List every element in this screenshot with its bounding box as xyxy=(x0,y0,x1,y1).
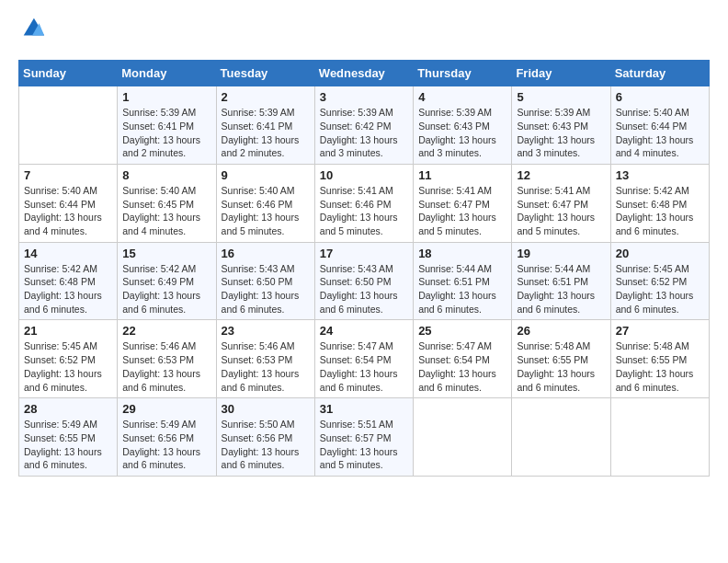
calendar-cell: 18Sunrise: 5:44 AM Sunset: 6:51 PM Dayli… xyxy=(414,242,512,320)
calendar-cell xyxy=(610,398,709,477)
calendar-week: 1Sunrise: 5:39 AM Sunset: 6:41 PM Daylig… xyxy=(19,86,710,165)
day-number: 19 xyxy=(517,247,605,260)
day-number: 16 xyxy=(222,247,310,260)
day-info: Sunrise: 5:39 AM Sunset: 6:43 PM Dayligh… xyxy=(418,106,506,160)
day-info: Sunrise: 5:42 AM Sunset: 6:48 PM Dayligh… xyxy=(24,262,112,316)
calendar-cell: 16Sunrise: 5:43 AM Sunset: 6:50 PM Dayli… xyxy=(216,242,314,320)
day-info: Sunrise: 5:40 AM Sunset: 6:44 PM Dayligh… xyxy=(616,106,704,160)
weekday-header: Sunday xyxy=(19,61,118,86)
calendar-cell: 8Sunrise: 5:40 AM Sunset: 6:45 PM Daylig… xyxy=(118,164,216,242)
day-info: Sunrise: 5:44 AM Sunset: 6:51 PM Dayligh… xyxy=(517,262,605,316)
day-info: Sunrise: 5:48 AM Sunset: 6:55 PM Dayligh… xyxy=(517,339,605,394)
day-info: Sunrise: 5:44 AM Sunset: 6:51 PM Dayligh… xyxy=(418,262,506,316)
day-info: Sunrise: 5:47 AM Sunset: 6:54 PM Dayligh… xyxy=(418,339,506,394)
calendar-week: 7Sunrise: 5:40 AM Sunset: 6:44 PM Daylig… xyxy=(19,164,710,242)
day-info: Sunrise: 5:43 AM Sunset: 6:50 PM Dayligh… xyxy=(222,262,310,316)
day-number: 20 xyxy=(616,247,704,260)
day-info: Sunrise: 5:39 AM Sunset: 6:41 PM Dayligh… xyxy=(222,106,310,160)
day-number: 17 xyxy=(320,247,408,260)
calendar-cell: 1Sunrise: 5:39 AM Sunset: 6:41 PM Daylig… xyxy=(118,86,216,165)
day-number: 21 xyxy=(24,324,112,338)
calendar-table: SundayMondayTuesdayWednesdayThursdayFrid… xyxy=(18,60,710,477)
day-info: Sunrise: 5:41 AM Sunset: 6:46 PM Dayligh… xyxy=(320,184,408,238)
day-number: 4 xyxy=(418,90,506,104)
day-number: 18 xyxy=(418,247,506,260)
day-number: 5 xyxy=(517,90,605,104)
calendar-header: SundayMondayTuesdayWednesdayThursdayFrid… xyxy=(19,61,710,86)
day-info: Sunrise: 5:49 AM Sunset: 6:55 PM Dayligh… xyxy=(24,418,112,472)
day-number: 26 xyxy=(517,324,605,338)
day-info: Sunrise: 5:48 AM Sunset: 6:55 PM Dayligh… xyxy=(616,339,704,394)
day-info: Sunrise: 5:40 AM Sunset: 6:44 PM Dayligh… xyxy=(24,184,112,238)
calendar-week: 14Sunrise: 5:42 AM Sunset: 6:48 PM Dayli… xyxy=(19,242,710,320)
day-info: Sunrise: 5:46 AM Sunset: 6:53 PM Dayligh… xyxy=(122,339,210,394)
day-info: Sunrise: 5:42 AM Sunset: 6:49 PM Dayligh… xyxy=(122,262,210,316)
weekday-header: Tuesday xyxy=(216,61,314,86)
day-number: 2 xyxy=(222,90,310,104)
day-number: 15 xyxy=(122,247,210,260)
day-number: 12 xyxy=(517,168,605,182)
page-header xyxy=(18,18,710,45)
calendar-cell: 29Sunrise: 5:49 AM Sunset: 6:56 PM Dayli… xyxy=(118,398,216,477)
day-number: 14 xyxy=(24,247,112,260)
day-info: Sunrise: 5:50 AM Sunset: 6:56 PM Dayligh… xyxy=(222,418,310,472)
calendar-week: 21Sunrise: 5:45 AM Sunset: 6:52 PM Dayli… xyxy=(19,320,710,398)
calendar-cell: 19Sunrise: 5:44 AM Sunset: 6:51 PM Dayli… xyxy=(512,242,610,320)
day-info: Sunrise: 5:41 AM Sunset: 6:47 PM Dayligh… xyxy=(418,184,506,238)
day-info: Sunrise: 5:40 AM Sunset: 6:46 PM Dayligh… xyxy=(222,184,310,238)
day-info: Sunrise: 5:43 AM Sunset: 6:50 PM Dayligh… xyxy=(320,262,408,316)
calendar-week: 28Sunrise: 5:49 AM Sunset: 6:55 PM Dayli… xyxy=(19,398,710,477)
calendar-cell xyxy=(414,398,512,477)
day-info: Sunrise: 5:45 AM Sunset: 6:52 PM Dayligh… xyxy=(616,262,704,316)
logo xyxy=(18,18,46,45)
weekday-header: Friday xyxy=(512,61,610,86)
calendar-cell: 13Sunrise: 5:42 AM Sunset: 6:48 PM Dayli… xyxy=(610,164,709,242)
calendar-cell: 6Sunrise: 5:40 AM Sunset: 6:44 PM Daylig… xyxy=(610,86,709,165)
weekday-header: Saturday xyxy=(610,61,709,86)
calendar-cell: 17Sunrise: 5:43 AM Sunset: 6:50 PM Dayli… xyxy=(314,242,413,320)
day-info: Sunrise: 5:45 AM Sunset: 6:52 PM Dayligh… xyxy=(24,339,112,394)
day-number: 29 xyxy=(122,402,210,416)
day-number: 10 xyxy=(320,168,408,182)
calendar-cell: 5Sunrise: 5:39 AM Sunset: 6:43 PM Daylig… xyxy=(512,86,610,165)
calendar-cell: 15Sunrise: 5:42 AM Sunset: 6:49 PM Dayli… xyxy=(118,242,216,320)
calendar-cell: 14Sunrise: 5:42 AM Sunset: 6:48 PM Dayli… xyxy=(19,242,118,320)
day-info: Sunrise: 5:46 AM Sunset: 6:53 PM Dayligh… xyxy=(222,339,310,394)
calendar-cell: 24Sunrise: 5:47 AM Sunset: 6:54 PM Dayli… xyxy=(314,320,413,398)
calendar-cell: 4Sunrise: 5:39 AM Sunset: 6:43 PM Daylig… xyxy=(414,86,512,165)
calendar-cell: 28Sunrise: 5:49 AM Sunset: 6:55 PM Dayli… xyxy=(19,398,118,477)
day-number: 7 xyxy=(24,168,112,182)
day-info: Sunrise: 5:39 AM Sunset: 6:41 PM Dayligh… xyxy=(122,106,210,160)
day-info: Sunrise: 5:39 AM Sunset: 6:42 PM Dayligh… xyxy=(320,106,408,160)
logo-icon xyxy=(20,15,46,40)
day-number: 27 xyxy=(616,324,704,338)
weekday-header: Monday xyxy=(118,61,216,86)
day-info: Sunrise: 5:42 AM Sunset: 6:48 PM Dayligh… xyxy=(616,184,704,238)
calendar-cell: 23Sunrise: 5:46 AM Sunset: 6:53 PM Dayli… xyxy=(216,320,314,398)
weekday-header: Thursday xyxy=(414,61,512,86)
calendar-cell: 12Sunrise: 5:41 AM Sunset: 6:47 PM Dayli… xyxy=(512,164,610,242)
day-info: Sunrise: 5:39 AM Sunset: 6:43 PM Dayligh… xyxy=(517,106,605,160)
calendar-cell: 31Sunrise: 5:51 AM Sunset: 6:57 PM Dayli… xyxy=(314,398,413,477)
day-info: Sunrise: 5:40 AM Sunset: 6:45 PM Dayligh… xyxy=(122,184,210,238)
day-number: 24 xyxy=(320,324,408,338)
day-number: 30 xyxy=(222,402,310,416)
calendar-cell: 25Sunrise: 5:47 AM Sunset: 6:54 PM Dayli… xyxy=(414,320,512,398)
day-number: 23 xyxy=(222,324,310,338)
calendar-cell: 20Sunrise: 5:45 AM Sunset: 6:52 PM Dayli… xyxy=(610,242,709,320)
calendar-cell: 27Sunrise: 5:48 AM Sunset: 6:55 PM Dayli… xyxy=(610,320,709,398)
calendar-cell: 10Sunrise: 5:41 AM Sunset: 6:46 PM Dayli… xyxy=(314,164,413,242)
calendar-cell xyxy=(19,86,118,165)
day-info: Sunrise: 5:49 AM Sunset: 6:56 PM Dayligh… xyxy=(122,418,210,472)
calendar-cell: 2Sunrise: 5:39 AM Sunset: 6:41 PM Daylig… xyxy=(216,86,314,165)
day-number: 3 xyxy=(320,90,408,104)
calendar-cell: 11Sunrise: 5:41 AM Sunset: 6:47 PM Dayli… xyxy=(414,164,512,242)
calendar-body: 1Sunrise: 5:39 AM Sunset: 6:41 PM Daylig… xyxy=(19,86,710,477)
calendar-cell: 26Sunrise: 5:48 AM Sunset: 6:55 PM Dayli… xyxy=(512,320,610,398)
day-number: 13 xyxy=(616,168,704,182)
day-number: 28 xyxy=(24,402,112,416)
day-number: 31 xyxy=(320,402,408,416)
calendar-cell: 21Sunrise: 5:45 AM Sunset: 6:52 PM Dayli… xyxy=(19,320,118,398)
calendar-cell: 3Sunrise: 5:39 AM Sunset: 6:42 PM Daylig… xyxy=(314,86,413,165)
day-info: Sunrise: 5:41 AM Sunset: 6:47 PM Dayligh… xyxy=(517,184,605,238)
